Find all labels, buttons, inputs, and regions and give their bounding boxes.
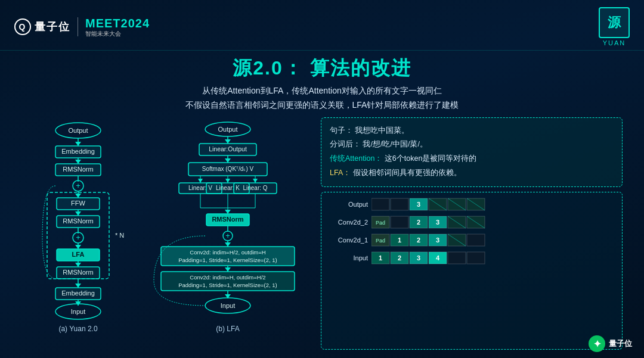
svg-text:Embedding: Embedding (61, 289, 95, 297)
svg-text:2: 2 (417, 219, 420, 226)
svg-text:RMSNorm: RMSNorm (63, 166, 93, 173)
qbit-logo: Q 量子位 (14, 18, 70, 35)
svg-text:Linear: Q: Linear: Q (243, 185, 267, 191)
words-label: 分词后： (330, 140, 361, 148)
svg-text:Conv2d: indim=H, outdim=H/2: Conv2d: indim=H, outdim=H/2 (190, 274, 265, 281)
conv2d2-cells-svg: Pad 2 3 (371, 215, 503, 229)
output-row: Output 3 (327, 197, 616, 211)
input-cells-svg: 1 2 3 4 (371, 251, 503, 265)
svg-rect-89 (371, 198, 389, 210)
svg-text:RMSNorm: RMSNorm (63, 269, 93, 276)
attention-line: 传统Attention： 这6个token是被同等对待的 (330, 152, 614, 166)
svg-text:FFW: FFW (71, 200, 85, 207)
svg-text:* N: * N (115, 232, 124, 239)
sentence-label: 句子： (330, 126, 353, 135)
svg-rect-130 (467, 252, 485, 264)
yuan-svg: Output Embedding RMSNorm + (30, 120, 126, 322)
conv2d2-row: Conv2d_2 Pad 2 3 (327, 215, 616, 229)
words-line: 分词后： 我/想/吃/中国/菜/。 (330, 138, 614, 152)
slide: Q 量子位 MEET2024 智能未来大会 源 YUAN 源2.0： 算法的改进… (0, 0, 644, 358)
meet-big-text: MEET2024 (85, 16, 150, 30)
svg-text:Conv2d: indim=H/2, outdim=H: Conv2d: indim=H/2, outdim=H (190, 249, 265, 256)
output-label: Output (327, 201, 368, 208)
svg-text:Input: Input (221, 302, 235, 309)
svg-text:1: 1 (379, 254, 382, 262)
svg-marker-35 (75, 284, 81, 288)
svg-text:LFA: LFA (72, 251, 85, 258)
svg-text:4: 4 (436, 254, 440, 262)
q-circle-icon: Q (14, 18, 31, 35)
conv2d1-row: Conv2d_1 Pad 1 2 3 (327, 233, 616, 247)
svg-text:+: + (225, 231, 230, 240)
sentence-value: 我想吃中国菜。 (355, 126, 409, 135)
qbit-text: 量子位 (35, 20, 70, 34)
svg-text:Output: Output (68, 127, 88, 134)
svg-rect-120 (467, 234, 485, 246)
subtitle-line1: 从传统Attention到LFA，传统Attention对输入的所有文字一视同仁 (10, 84, 634, 98)
slide-subtitle: 从传统Attention到LFA，传统Attention对输入的所有文字一视同仁… (10, 84, 634, 113)
svg-marker-3 (75, 142, 81, 146)
attention-label: 传统Attention： (330, 154, 382, 163)
svg-text:Softmax (QKᵀ/dₛ) V: Softmax (QKᵀ/dₛ) V (202, 166, 254, 172)
svg-marker-45 (225, 139, 231, 144)
lfa-svg: Output Linear:Output Softmax (QKᵀ/dₛ) V (147, 120, 309, 322)
conv2d1-label: Conv2d_1 (327, 236, 368, 244)
svg-text:Output: Output (218, 126, 237, 133)
yuan-text: YUAN (603, 39, 626, 46)
svg-marker-20 (75, 211, 81, 216)
input-row: Input 1 2 3 4 (327, 251, 616, 265)
lfa-line: LFA： 假设相邻词间具有更强的依赖。 (330, 166, 614, 180)
svg-marker-53 (198, 179, 203, 183)
diagram-yuan: Output Embedding RMSNorm + (21, 117, 135, 350)
watermark-icon: ✦ (589, 335, 605, 352)
svg-text:3: 3 (417, 254, 420, 262)
yuan-logo: 源 YUAN (599, 7, 630, 46)
lfa-desc: 假设相邻词间具有更强的依赖。 (353, 169, 462, 177)
right-panel: 句子： 我想吃中国菜。 分词后： 我/想/吃/中国/菜/。 传统Attentio… (321, 117, 623, 350)
watermark-text: 量子位 (609, 338, 632, 349)
slide-body: 源2.0： 算法的改进 从传统Attention到LFA，传统Attention… (0, 55, 644, 350)
svg-marker-16 (75, 194, 81, 198)
svg-text:RMSNorm: RMSNorm (212, 216, 243, 223)
svg-marker-31 (75, 263, 81, 267)
svg-text:RMSNorm: RMSNorm (63, 217, 93, 225)
meet-sub-text: 智能未来大会 (85, 30, 150, 38)
svg-text:Padding=1, Stride=1, KernelSiz: Padding=1, Stride=1, KernelSize=(2, 1) (178, 282, 277, 288)
svg-marker-49 (225, 158, 231, 163)
svg-text:Padding=1, Stride=1, KernelSiz: Padding=1, Stride=1, KernelSize=(2, 1) (178, 257, 277, 263)
conv-visual: Output 3 (321, 192, 623, 350)
header-divider (78, 17, 78, 36)
yuan-diagram-label: (a) Yuan 2.0 (58, 325, 97, 333)
diagram-lfa: Output Linear:Output Softmax (QKᵀ/dₛ) V (144, 117, 311, 350)
svg-text:3: 3 (417, 201, 420, 208)
output-cells-svg: 3 (371, 197, 503, 211)
words-value: 我/想/吃/中国/菜/。 (363, 140, 427, 148)
svg-marker-69 (225, 210, 231, 214)
svg-text:Input: Input (71, 308, 85, 315)
conv2d2-label: Conv2d_2 (327, 219, 368, 226)
svg-rect-101 (391, 216, 408, 228)
yuan-icon: 源 (599, 7, 630, 38)
watermark: ✦ 量子位 (589, 335, 632, 352)
svg-marker-27 (75, 245, 81, 249)
lfa-diagram-label: (b) LFA (216, 325, 239, 333)
svg-text:1: 1 (398, 236, 401, 244)
svg-marker-81 (225, 267, 231, 272)
svg-text:Embedding: Embedding (61, 148, 95, 155)
svg-marker-76 (225, 242, 231, 247)
lfa-label: LFA： (330, 169, 351, 177)
svg-text:3: 3 (436, 219, 439, 226)
meet-logo: MEET2024 智能未来大会 (85, 16, 150, 38)
svg-marker-57 (225, 179, 230, 183)
svg-text:+: + (76, 233, 80, 242)
info-box: 句子： 我想吃中国菜。 分词后： 我/想/吃/中国/菜/。 传统Attentio… (321, 117, 623, 187)
content-area: Output Embedding RMSNorm + (10, 117, 634, 350)
subtitle-line2: 不假设自然语言相邻词之间更强的语义关联，LFA针对局部依赖进行了建模 (10, 98, 634, 113)
input-row-label: Input (327, 254, 368, 262)
conv2d1-cells-svg: Pad 1 2 3 (371, 233, 503, 247)
svg-text:+: + (76, 181, 80, 190)
svg-text:Pad: Pad (376, 238, 385, 244)
slide-title: 源2.0： 算法的改进 (10, 55, 634, 82)
svg-text:Linear:Output: Linear:Output (209, 145, 247, 152)
svg-text:3: 3 (436, 236, 439, 244)
